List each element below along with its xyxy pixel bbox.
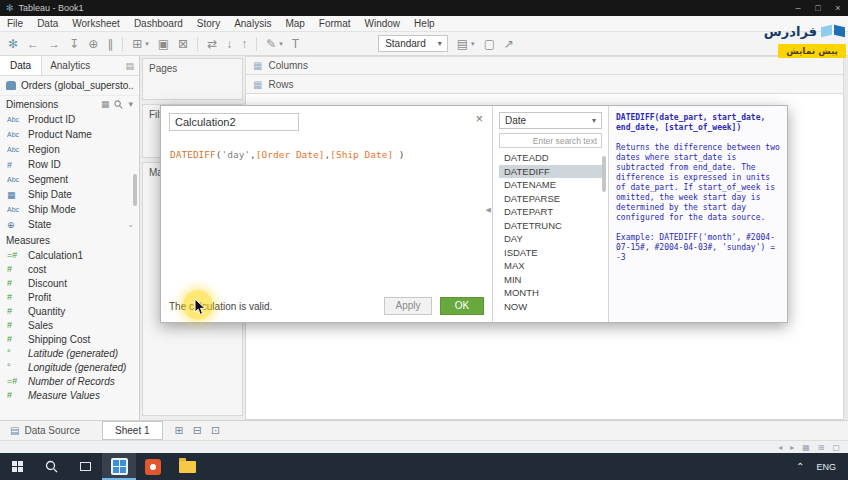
- hidden-icons-chevron[interactable]: ⌃: [796, 461, 804, 472]
- formula-editor[interactable]: DATEDIFF('day',[Order Date],[Ship Date] …: [170, 148, 484, 288]
- search-icon[interactable]: [114, 100, 123, 109]
- start-button[interactable]: [0, 453, 34, 480]
- menu-file[interactable]: File: [0, 16, 30, 31]
- language-indicator[interactable]: ENG: [816, 462, 836, 472]
- taskbar-file-explorer[interactable]: [170, 453, 204, 480]
- dimension-row-id[interactable]: #Row ID: [0, 157, 139, 172]
- function-item-isdate[interactable]: ISDATE: [499, 246, 602, 260]
- data-source-tab[interactable]: ▤ Data Source: [0, 421, 90, 441]
- function-item-dateadd[interactable]: DATEADD: [499, 151, 602, 165]
- menu-worksheet[interactable]: Worksheet: [65, 16, 127, 31]
- show-labels-button[interactable]: T: [292, 33, 299, 55]
- fit-select[interactable]: Standard ▾: [378, 35, 448, 52]
- duplicate-button[interactable]: ▣: [158, 33, 169, 55]
- redo-button[interactable]: →: [48, 33, 60, 55]
- dimension-product-id[interactable]: AbcProduct ID: [0, 112, 139, 127]
- dimension-segment[interactable]: AbcSegment: [0, 172, 139, 187]
- columns-shelf[interactable]: ▦ Columns: [245, 56, 844, 75]
- chevron-down-icon[interactable]: ▾: [128, 99, 133, 109]
- measure-quantity[interactable]: #Quantity: [0, 304, 139, 318]
- prev-sheet-icon[interactable]: ◂: [778, 443, 782, 452]
- dimension-product-name[interactable]: AbcProduct Name: [0, 127, 139, 142]
- taskbar-app-recorder[interactable]: [102, 453, 136, 480]
- rows-shelf[interactable]: ▦ Rows: [245, 75, 844, 94]
- function-item-dateparse[interactable]: DATEPARSE: [499, 192, 602, 206]
- share-button[interactable]: ↗: [504, 33, 514, 55]
- function-item-month[interactable]: MONTH: [499, 286, 602, 300]
- datasource-item[interactable]: Orders (global_supersto...: [0, 76, 139, 96]
- function-item-now[interactable]: NOW: [499, 300, 602, 314]
- dimension-ship-mode[interactable]: AbcShip Mode: [0, 202, 139, 217]
- taskbar-search-button[interactable]: [34, 453, 68, 480]
- menu-window[interactable]: Window: [358, 16, 408, 31]
- chevron-down-icon[interactable]: ▾: [279, 40, 283, 48]
- tableau-logo-icon[interactable]: ✻: [8, 33, 18, 55]
- highlight-button[interactable]: ✎: [266, 33, 276, 55]
- dimension-ship-date[interactable]: ▦Ship Date: [0, 187, 139, 202]
- dimension-region[interactable]: AbcRegion: [0, 142, 139, 157]
- chevron-down-icon[interactable]: ▾: [471, 40, 475, 48]
- dimension-state[interactable]: ⊕State⌄: [0, 217, 139, 232]
- sidebar-scrollbar[interactable]: [133, 174, 137, 206]
- function-item-datepart[interactable]: DATEPART: [499, 205, 602, 219]
- view-grid-icon[interactable]: ▦: [101, 99, 110, 109]
- clear-sheet-button[interactable]: ⊠: [178, 33, 188, 55]
- close-window-icon[interactable]: ×: [828, 0, 848, 16]
- chevron-down-icon[interactable]: ▾: [145, 40, 149, 48]
- menu-map[interactable]: Map: [278, 16, 311, 31]
- show-filmstrip-icon[interactable]: ⊞: [818, 443, 825, 452]
- function-search-input[interactable]: [499, 133, 602, 148]
- tab-data[interactable]: Data: [0, 56, 42, 75]
- measure-number-of-records[interactable]: =#Number of Records: [0, 374, 139, 388]
- measure-sales[interactable]: #Sales: [0, 318, 139, 332]
- function-item-today[interactable]: TODAY: [499, 313, 602, 315]
- measure-values[interactable]: #Measure Values: [0, 388, 139, 402]
- show-tabs-icon[interactable]: ▦: [802, 443, 810, 452]
- measure-shipping-cost[interactable]: #Shipping Cost: [0, 332, 139, 346]
- measure-latitude[interactable]: °Latitude (generated): [0, 346, 139, 360]
- function-item-datetrunc[interactable]: DATETRUNC: [499, 219, 602, 233]
- measure-calculation1[interactable]: =#Calculation1: [0, 248, 139, 262]
- menu-story[interactable]: Story: [190, 16, 227, 31]
- function-item-datediff[interactable]: DATEDIFF: [499, 165, 602, 179]
- new-worksheet-icon[interactable]: ⊞: [175, 424, 184, 437]
- swap-axes-button[interactable]: ⇄: [207, 33, 217, 55]
- presentation-mode-button[interactable]: ▢: [484, 33, 495, 55]
- calculation-name-input[interactable]: [169, 113, 299, 131]
- new-story-icon[interactable]: ⊡: [211, 424, 220, 437]
- pause-updates-button[interactable]: ∥: [107, 33, 113, 55]
- pane-pin-icon[interactable]: ▤: [125, 61, 134, 71]
- measure-profit[interactable]: #Profit: [0, 290, 139, 304]
- chevron-down-icon[interactable]: ⌄: [127, 220, 134, 229]
- minimize-icon[interactable]: –: [788, 0, 808, 16]
- measure-longitude[interactable]: °Longitude (generated): [0, 360, 139, 374]
- save-button[interactable]: ↧: [69, 33, 79, 55]
- sort-descending-button[interactable]: ↑: [241, 33, 247, 55]
- function-item-day[interactable]: DAY: [499, 232, 602, 246]
- menu-help[interactable]: Help: [407, 16, 442, 31]
- pages-shelf[interactable]: Pages: [142, 58, 243, 100]
- show-sheets-icon[interactable]: ▢: [832, 443, 840, 452]
- apply-button[interactable]: Apply: [384, 297, 432, 315]
- new-worksheet-button[interactable]: ⊞: [132, 33, 142, 55]
- function-item-max[interactable]: MAX: [499, 259, 602, 273]
- collapse-functions-icon[interactable]: ◀: [486, 206, 491, 214]
- function-item-datename[interactable]: DATENAME: [499, 178, 602, 192]
- show-cards-button[interactable]: ▤: [457, 33, 468, 55]
- tab-sheet1[interactable]: Sheet 1: [102, 421, 162, 440]
- menu-analysis[interactable]: Analysis: [227, 16, 278, 31]
- maximize-icon[interactable]: □: [808, 0, 828, 16]
- function-category-select[interactable]: Date ▾: [499, 112, 602, 129]
- function-item-min[interactable]: MIN: [499, 273, 602, 287]
- measure-cost[interactable]: #cost: [0, 262, 139, 276]
- tab-analytics[interactable]: Analytics: [42, 60, 98, 71]
- ok-button[interactable]: OK: [440, 297, 484, 315]
- next-sheet-icon[interactable]: ▸: [790, 443, 794, 452]
- function-list-scrollbar[interactable]: [602, 156, 606, 192]
- taskbar-app-2[interactable]: [136, 453, 170, 480]
- new-dashboard-icon[interactable]: ⊟: [193, 424, 202, 437]
- menu-data[interactable]: Data: [30, 16, 65, 31]
- measure-discount[interactable]: #Discount: [0, 276, 139, 290]
- menu-dashboard[interactable]: Dashboard: [127, 16, 190, 31]
- undo-button[interactable]: ←: [27, 33, 39, 55]
